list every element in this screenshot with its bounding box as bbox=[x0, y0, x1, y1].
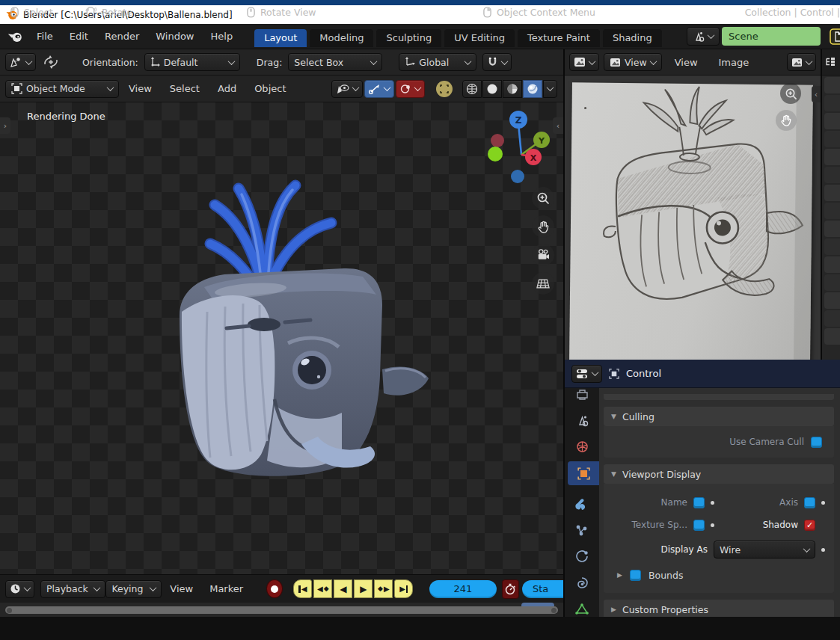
jump-to-start-button[interactable]: ◀ bbox=[293, 579, 312, 598]
transform-orientation-dropdown[interactable]: Global bbox=[399, 53, 476, 71]
navigation-gizmo[interactable]: Z Y X bbox=[479, 108, 561, 191]
outliner-row[interactable] bbox=[824, 274, 840, 291]
shading-options-dropdown[interactable] bbox=[543, 80, 557, 98]
outliner-row[interactable] bbox=[824, 167, 840, 183]
shading-material-button[interactable] bbox=[503, 80, 522, 98]
outliner-row[interactable] bbox=[824, 203, 840, 219]
toolbar-expand-icon[interactable]: › bbox=[0, 117, 10, 134]
menu-view[interactable]: View bbox=[120, 76, 160, 102]
xray-toggle-icon[interactable] bbox=[435, 80, 453, 98]
expand-triangle-icon[interactable]: ▶ bbox=[617, 571, 622, 579]
tab-texture-paint[interactable]: Texture Paint bbox=[518, 29, 600, 47]
outliner-row[interactable] bbox=[824, 292, 840, 309]
tab-constraint-properties[interactable] bbox=[565, 570, 599, 594]
scene-name-field[interactable]: Scene bbox=[722, 27, 821, 46]
shading-solid-button[interactable] bbox=[482, 80, 502, 98]
show-name-checkbox[interactable] bbox=[693, 497, 705, 508]
jump-to-end-button[interactable]: ▶ bbox=[394, 579, 413, 598]
select-visibility-dropdown[interactable] bbox=[331, 80, 363, 98]
tab-object-properties[interactable] bbox=[568, 461, 599, 485]
use-preview-range-toggle[interactable] bbox=[502, 579, 519, 599]
overlays-dropdown[interactable] bbox=[396, 80, 425, 98]
image-menu-image[interactable]: Image bbox=[711, 49, 758, 75]
tab-sculpting[interactable]: Sculpting bbox=[376, 29, 441, 47]
custom-properties-panel-header[interactable]: ▶ Custom Properties bbox=[604, 600, 834, 617]
scene-dropdown[interactable] bbox=[687, 27, 720, 46]
tab-physics-properties[interactable] bbox=[565, 544, 599, 567]
outliner-icon[interactable] bbox=[825, 57, 836, 67]
prev-keyframe-button[interactable]: ◀◆ bbox=[313, 579, 332, 598]
shading-rendered-button[interactable] bbox=[523, 80, 542, 98]
frame-start-field[interactable]: Sta bbox=[522, 580, 563, 598]
new-scene-icon[interactable] bbox=[830, 28, 840, 45]
snap-dropdown[interactable] bbox=[482, 53, 512, 71]
tab-object-data-properties[interactable] bbox=[565, 597, 599, 617]
outliner-row[interactable] bbox=[824, 113, 840, 129]
image-sidebar-collapse-icon[interactable]: ‹ bbox=[812, 86, 821, 102]
outliner-row[interactable] bbox=[824, 185, 840, 201]
play-reverse-button[interactable]: ◀ bbox=[334, 579, 352, 598]
outliner-row[interactable] bbox=[824, 95, 840, 111]
image-mode-dropdown[interactable]: View bbox=[604, 53, 662, 71]
ortho-toggle-button[interactable] bbox=[532, 272, 554, 295]
outliner-row[interactable] bbox=[824, 310, 840, 327]
zoom-in-button[interactable] bbox=[532, 187, 554, 209]
menu-help[interactable]: Help bbox=[203, 24, 242, 49]
viewport-display-panel-header[interactable]: ▼ Viewport Display bbox=[604, 464, 834, 484]
properties-editor-type-dropdown[interactable] bbox=[571, 365, 602, 383]
animate-decorator[interactable] bbox=[821, 501, 825, 505]
gizmos-dropdown[interactable] bbox=[364, 80, 394, 98]
keying-dropdown[interactable]: Keying bbox=[105, 580, 162, 598]
drag-dropdown[interactable]: Select Box bbox=[288, 53, 382, 71]
menu-render[interactable]: Render bbox=[96, 24, 147, 49]
orientation-dropdown[interactable]: Default bbox=[144, 53, 240, 71]
show-shadow-checkbox[interactable]: ✓ bbox=[804, 520, 815, 531]
next-keyframe-button[interactable]: ◆▶ bbox=[374, 579, 393, 598]
tab-uv-editing[interactable]: UV Editing bbox=[444, 29, 515, 47]
camera-view-button[interactable] bbox=[532, 244, 554, 266]
pan-button[interactable] bbox=[532, 215, 554, 238]
tab-shading[interactable]: Shading bbox=[603, 29, 662, 47]
outliner-row[interactable] bbox=[824, 149, 840, 165]
viewport-3d[interactable]: Rendering Done › ‹ Z Y X bbox=[0, 102, 563, 574]
mode-dropdown[interactable]: Object Mode bbox=[5, 80, 119, 98]
menu-object[interactable]: Object bbox=[246, 76, 294, 102]
tab-modeling[interactable]: Modeling bbox=[310, 29, 373, 47]
image-menu-view[interactable]: View bbox=[666, 49, 706, 75]
outliner-row[interactable] bbox=[824, 221, 840, 237]
menu-file[interactable]: File bbox=[28, 24, 61, 49]
image-pan-button[interactable] bbox=[776, 110, 797, 131]
timeline-editor-dropdown[interactable] bbox=[5, 580, 34, 598]
image-editor-canvas[interactable]: ‹ bbox=[565, 76, 821, 360]
menu-select[interactable]: Select bbox=[162, 76, 208, 102]
tab-world-properties[interactable] bbox=[565, 434, 599, 458]
shading-wireframe-button[interactable] bbox=[462, 80, 482, 98]
tab-scene-properties[interactable] bbox=[565, 409, 599, 433]
outliner-row[interactable] bbox=[824, 239, 840, 255]
outliner-row[interactable] bbox=[824, 77, 840, 93]
animate-decorator[interactable] bbox=[821, 548, 825, 552]
menu-edit[interactable]: Edit bbox=[61, 24, 96, 49]
display-as-dropdown[interactable]: Wire bbox=[714, 541, 815, 559]
outliner-row[interactable] bbox=[824, 256, 840, 273]
show-axis-checkbox[interactable] bbox=[804, 497, 815, 508]
outliner-row[interactable] bbox=[824, 328, 840, 345]
timeline-menu-marker[interactable]: Marker bbox=[201, 575, 251, 603]
tab-modifier-properties[interactable] bbox=[565, 491, 599, 515]
active-tool-dropdown[interactable] bbox=[5, 53, 36, 71]
image-datablock-dropdown[interactable] bbox=[787, 53, 816, 71]
rotate-tool-icon[interactable] bbox=[42, 54, 60, 70]
texture-space-checkbox[interactable] bbox=[693, 520, 705, 531]
image-zoom-button[interactable] bbox=[780, 83, 801, 104]
current-frame-field[interactable]: 241 bbox=[429, 580, 496, 598]
menu-window[interactable]: Window bbox=[147, 24, 202, 49]
play-button[interactable]: ▶ bbox=[354, 579, 373, 598]
record-button[interactable] bbox=[266, 579, 283, 598]
playback-dropdown[interactable]: Playback bbox=[40, 580, 105, 598]
outliner-row[interactable] bbox=[824, 131, 840, 147]
show-bounds-checkbox[interactable] bbox=[630, 570, 641, 581]
timeline-scrollbar[interactable] bbox=[5, 606, 558, 614]
culling-panel-header[interactable]: ▼ Culling bbox=[604, 407, 834, 426]
tab-particle-properties[interactable] bbox=[565, 518, 599, 542]
menu-add[interactable]: Add bbox=[209, 76, 245, 102]
